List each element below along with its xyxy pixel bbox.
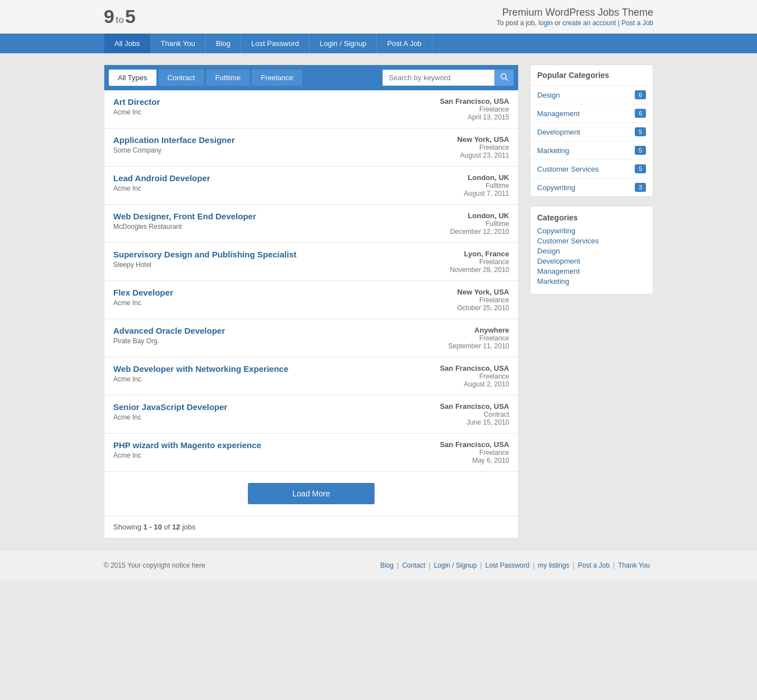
table-row[interactable]: PHP wizard with Magento experience Acme … — [104, 434, 518, 471]
categories-section: Categories CopywritingCustomer ServicesD… — [530, 206, 653, 294]
popular-category-item[interactable]: Marketing 5 — [530, 141, 653, 160]
job-title[interactable]: Application Interface Designer — [113, 135, 408, 145]
logo-9: 9 — [104, 6, 114, 27]
table-row[interactable]: Advanced Oracle Developer Pirate Bay Org… — [104, 319, 518, 357]
filter-fulltime[interactable]: Fulltime — [206, 70, 250, 86]
filter-all-types[interactable]: All Types — [109, 70, 156, 86]
footer-link-separator: | — [480, 561, 482, 569]
load-more-section: Load More — [104, 471, 518, 515]
popular-category-item[interactable]: Development 5 — [530, 123, 653, 141]
search-input[interactable] — [382, 70, 495, 86]
footer-link[interactable]: Post a Job — [578, 561, 610, 569]
job-main: Senior JavaScript Developer Acme Inc — [113, 402, 408, 421]
popular-category-count: 6 — [635, 109, 646, 118]
job-meta: London, UK Fulltime December 12, 2010 — [408, 211, 509, 236]
list-item[interactable]: Design — [537, 247, 646, 255]
popular-category-item[interactable]: Customer Services 5 — [530, 160, 653, 178]
table-row[interactable]: Web Developer with Networking Experience… — [104, 357, 518, 395]
create-account-link[interactable]: create an account — [562, 19, 616, 27]
nav-item-post-a-job[interactable]: Post A Job — [377, 34, 432, 53]
search-button[interactable] — [495, 70, 514, 86]
job-title[interactable]: Flex Developer — [113, 288, 408, 297]
job-meta: San Francisco, USA Freelance April 13, 2… — [408, 97, 509, 121]
job-main: Web Designer, Front End Developer McDoog… — [113, 211, 408, 231]
job-meta: New York, USA Freelance October 25, 2010 — [408, 288, 509, 312]
popular-category-item[interactable]: Management 6 — [530, 104, 653, 123]
job-main: Web Developer with Networking Experience… — [113, 364, 408, 383]
categories-title: Categories — [537, 213, 646, 222]
post-job-header-link[interactable]: Post a Job — [621, 19, 653, 27]
job-title[interactable]: Advanced Oracle Developer — [113, 326, 408, 335]
auth-separator: | — [618, 19, 620, 27]
footer-link[interactable]: Contact — [402, 561, 425, 569]
filter-freelance[interactable]: Freelance — [252, 70, 302, 86]
job-meta: San Francisco, USA Freelance August 2, 2… — [408, 364, 509, 388]
list-item[interactable]: Marketing — [537, 277, 646, 285]
site-logo[interactable]: 9 to 5 — [104, 6, 136, 27]
table-row[interactable]: Supervisory Design and Publishing Specia… — [104, 243, 518, 281]
job-company: Acme Inc — [113, 299, 408, 307]
load-more-button[interactable]: Load More — [248, 483, 375, 504]
job-title[interactable]: Supervisory Design and Publishing Specia… — [113, 250, 408, 259]
login-link[interactable]: login — [538, 19, 552, 27]
list-item[interactable]: Management — [537, 267, 646, 275]
list-item[interactable]: Development — [537, 257, 646, 265]
filter-bar: All Types Contract Fulltime Freelance — [104, 65, 518, 90]
job-company: Acme Inc — [113, 452, 408, 459]
job-location: London, UK — [468, 211, 509, 220]
main-container: All Types Contract Fulltime Freelance Ar… — [104, 65, 653, 538]
job-date: August 2, 2010 — [464, 380, 509, 388]
footer-link[interactable]: my listings — [538, 561, 569, 569]
job-date: August 7, 2011 — [464, 190, 509, 197]
job-company: Acme Inc — [113, 413, 408, 421]
showing-text: Showing 1 - 10 of 12 jobs — [104, 515, 518, 538]
job-date: November 28, 2010 — [450, 266, 509, 274]
list-item[interactable]: Customer Services — [537, 237, 646, 245]
job-title[interactable]: PHP wizard with Magento experience — [113, 440, 408, 450]
job-main: Application Interface Designer Some Comp… — [113, 135, 408, 154]
table-row[interactable]: Lead Android Developer Acme Inc London, … — [104, 167, 518, 205]
table-row[interactable]: Web Designer, Front End Developer McDoog… — [104, 205, 518, 243]
nav-item-login-signup[interactable]: Login / Signup — [310, 34, 377, 53]
job-main: Art Director Acme Inc — [113, 97, 408, 116]
table-row[interactable]: Senior JavaScript Developer Acme Inc San… — [104, 395, 518, 434]
popular-category-name: Management — [537, 109, 580, 118]
job-company: Sleepy Hotel — [113, 261, 408, 269]
auth-or: or — [555, 19, 561, 27]
table-row[interactable]: Art Director Acme Inc San Francisco, USA… — [104, 90, 518, 128]
job-type: Freelance — [479, 449, 509, 457]
nav-item-all-jobs[interactable]: All Jobs — [104, 34, 151, 53]
footer-link[interactable]: Thank You — [618, 561, 650, 569]
job-title[interactable]: Senior JavaScript Developer — [113, 402, 408, 412]
job-meta: San Francisco, USA Freelance May 6, 2010 — [408, 440, 509, 464]
job-location: Lyon, France — [464, 250, 509, 258]
nav-item-lost-password[interactable]: Lost Password — [241, 34, 310, 53]
footer-link-separator: | — [533, 561, 534, 569]
job-type: Contract — [484, 411, 509, 418]
filter-contract[interactable]: Contract — [159, 70, 204, 86]
footer-link[interactable]: Blog — [380, 561, 394, 569]
footer-links: Blog|Contact|Login / Signup|Lost Passwor… — [377, 561, 653, 569]
job-list: Art Director Acme Inc San Francisco, USA… — [104, 90, 518, 471]
job-title[interactable]: Web Designer, Front End Developer — [113, 211, 408, 221]
job-date: May 6, 2010 — [472, 457, 509, 464]
table-row[interactable]: Application Interface Designer Some Comp… — [104, 128, 518, 167]
footer-link[interactable]: Lost Password — [485, 561, 529, 569]
footer-link[interactable]: Login / Signup — [434, 561, 477, 569]
job-date: September 11, 2010 — [448, 342, 509, 350]
job-title[interactable]: Lead Android Developer — [113, 173, 408, 183]
job-location: Anywhere — [474, 326, 509, 334]
job-date: December 12, 2010 — [450, 228, 509, 236]
table-row[interactable]: Flex Developer Acme Inc New York, USA Fr… — [104, 281, 518, 319]
popular-category-name: Marketing — [537, 146, 569, 155]
job-location: London, UK — [468, 173, 509, 182]
list-item[interactable]: Copywriting — [537, 227, 646, 235]
nav-item-thank-you[interactable]: Thank You — [151, 34, 206, 53]
popular-category-item[interactable]: Copywriting 3 — [530, 178, 653, 196]
job-title[interactable]: Art Director — [113, 97, 408, 107]
popular-category-item[interactable]: Design 6 — [530, 86, 653, 104]
job-type: Fulltime — [486, 220, 509, 228]
search-box — [382, 70, 514, 86]
nav-item-blog[interactable]: Blog — [206, 34, 241, 53]
job-title[interactable]: Web Developer with Networking Experience — [113, 364, 408, 374]
